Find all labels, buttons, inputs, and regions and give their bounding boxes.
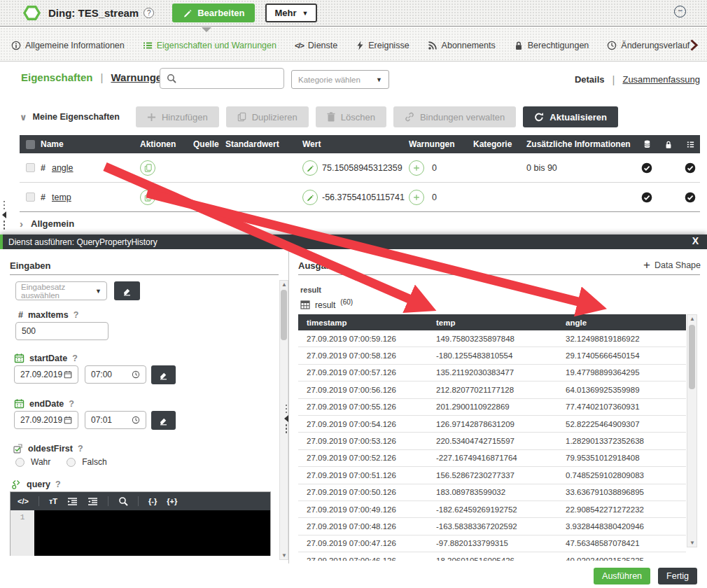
category-select[interactable]: Kategorie wählen ▼ bbox=[291, 70, 389, 89]
clear-input-set-button[interactable] bbox=[114, 281, 140, 300]
column-temp[interactable]: temp bbox=[436, 318, 566, 327]
column-kategorie[interactable]: Kategorie bbox=[473, 139, 526, 149]
tab-allgemeine-informationen[interactable]: Allgemeine Informationen bbox=[11, 41, 125, 50]
help-icon[interactable]: ? bbox=[55, 479, 61, 489]
tab-aenderungsverlauf[interactable]: Änderungsverlauf bbox=[607, 41, 690, 50]
manage-bindings-button[interactable]: Bindungen verwalten bbox=[393, 106, 516, 127]
search-input[interactable] bbox=[181, 74, 272, 83]
allgemein-section-toggle[interactable]: › Allgemein bbox=[20, 218, 74, 230]
column-timestamp[interactable]: timestamp bbox=[298, 318, 436, 327]
property-name-link[interactable]: temp bbox=[52, 192, 71, 202]
panel-collapse-handle[interactable] bbox=[1, 199, 8, 231]
copy-property-icon[interactable] bbox=[140, 190, 155, 205]
property-name-link[interactable]: angle bbox=[52, 163, 74, 173]
scroll-up-icon[interactable]: ▲ bbox=[690, 316, 695, 322]
select-all-checkbox[interactable] bbox=[26, 140, 35, 149]
result-table-row[interactable]: 27.09.2019 07:00:59.126149.7580323589784… bbox=[298, 330, 686, 347]
result-infotable-link[interactable]: result (60) bbox=[300, 300, 353, 310]
column-standardwert[interactable]: Standardwert bbox=[225, 139, 302, 149]
scrollbar-thumb[interactable] bbox=[689, 325, 695, 389]
result-table-row[interactable]: 27.09.2019 07:00:57.126135.2119203038347… bbox=[298, 365, 686, 382]
clock-icon[interactable] bbox=[132, 370, 140, 379]
add-warning-icon[interactable] bbox=[409, 190, 424, 205]
result-table-row[interactable]: 27.09.2019 07:00:52.126-227.167494168717… bbox=[298, 450, 686, 467]
font-size-icon[interactable]: тT bbox=[49, 497, 57, 505]
help-icon[interactable]: ? bbox=[74, 310, 79, 320]
column-zusaetzliche-informationen[interactable]: Zusätzliche Informationen bbox=[526, 139, 636, 149]
edit-button[interactable]: Bearbeiten bbox=[172, 4, 255, 22]
start-time-input[interactable]: 07:00 bbox=[85, 365, 146, 384]
result-table-row[interactable]: 27.09.2019 07:00:55.126201.2900110922869… bbox=[298, 399, 686, 416]
result-table-row[interactable]: 27.09.2019 07:00:49.126-182.624592691927… bbox=[298, 501, 686, 518]
column-logged-icon[interactable] bbox=[636, 139, 658, 149]
scroll-down-icon[interactable]: ▼ bbox=[690, 540, 695, 546]
result-table-row[interactable]: 27.09.2019 07:00:51.126156.5286723027733… bbox=[298, 467, 686, 484]
column-wert[interactable]: Wert bbox=[302, 139, 409, 149]
edit-value-icon[interactable] bbox=[302, 190, 318, 205]
scroll-down-icon[interactable]: ▼ bbox=[281, 552, 287, 559]
column-name[interactable]: Name bbox=[41, 139, 140, 149]
help-icon[interactable]: ? bbox=[69, 399, 74, 409]
search-icon[interactable] bbox=[118, 496, 128, 506]
clock-icon[interactable] bbox=[132, 416, 140, 424]
calendar-icon[interactable] bbox=[64, 416, 72, 424]
collapse-circle-icon[interactable]: − bbox=[674, 6, 686, 18]
summary-tab[interactable]: Zusammenfassung bbox=[622, 74, 700, 85]
duplicate-button[interactable]: Duplizieren bbox=[226, 106, 309, 127]
start-date-input[interactable]: 27.09.2019 bbox=[14, 365, 78, 384]
properties-tab[interactable]: Eigenschaften bbox=[21, 71, 93, 83]
done-button[interactable]: Fertig bbox=[658, 568, 697, 584]
add-button[interactable]: Hinzufügen bbox=[136, 106, 219, 127]
tab-dienste[interactable]: </> Dienste bbox=[295, 41, 337, 50]
end-time-input[interactable]: 07:01 bbox=[85, 411, 146, 429]
result-table-row[interactable]: 27.09.2019 07:00:58.126-180.125548381055… bbox=[298, 347, 686, 364]
max-items-input[interactable]: 500 bbox=[15, 322, 108, 340]
clear-end-date-button[interactable] bbox=[151, 411, 176, 430]
property-row-temp[interactable]: # temp -56.37554105115741 0 bbox=[20, 183, 700, 212]
help-icon[interactable]: ? bbox=[144, 8, 154, 18]
row-checkbox[interactable] bbox=[26, 192, 35, 202]
more-button[interactable]: Mehr ▼ bbox=[265, 4, 317, 22]
tab-eigenschaften-und-warnungen[interactable]: Eigenschaften und Warnungen bbox=[143, 41, 276, 50]
clear-start-date-button[interactable] bbox=[151, 365, 176, 384]
close-icon[interactable]: X bbox=[692, 235, 699, 246]
column-security-icon[interactable] bbox=[658, 140, 679, 149]
result-scrollbar[interactable]: ▲ ▼ bbox=[687, 314, 697, 547]
result-table-row[interactable]: 27.09.2019 07:00:46.12618.20601051600542… bbox=[298, 552, 686, 561]
add-warning-icon[interactable] bbox=[409, 160, 424, 176]
tab-ereignisse[interactable]: Ereignisse bbox=[356, 41, 409, 50]
input-set-select[interactable]: Eingabesatz auswählen ▼ bbox=[15, 281, 107, 300]
result-table-row[interactable]: 27.09.2019 07:00:54.126126.9714287863120… bbox=[298, 416, 686, 433]
copy-property-icon[interactable] bbox=[140, 160, 155, 176]
tab-berechtigungen[interactable]: Berechtigungen bbox=[514, 41, 589, 50]
row-checkbox[interactable] bbox=[26, 163, 35, 172]
collapse-braces-icon[interactable]: {-} bbox=[148, 497, 157, 505]
execute-button[interactable]: Ausführen bbox=[594, 568, 650, 584]
column-angle[interactable]: angle bbox=[566, 318, 678, 327]
column-quelle[interactable]: Quelle bbox=[193, 139, 225, 149]
property-row-angle[interactable]: # angle 75.15058945312359 0 bbox=[20, 153, 700, 183]
edit-value-icon[interactable] bbox=[302, 160, 318, 176]
radio-false[interactable] bbox=[66, 458, 76, 467]
scrollbar-thumb[interactable] bbox=[281, 290, 287, 340]
my-properties-toggle[interactable]: ∨ Meine Eigenschaften bbox=[20, 112, 120, 122]
result-table-row[interactable]: 27.09.2019 07:00:56.126212.8207702117712… bbox=[298, 382, 686, 398]
result-table-row[interactable]: 27.09.2019 07:00:53.126220.5340474271559… bbox=[298, 433, 686, 449]
result-table-row[interactable]: 27.09.2019 07:00:50.126183.0897835990323… bbox=[298, 484, 686, 501]
data-shape-button[interactable]: + Data Shape bbox=[643, 258, 701, 272]
column-persistent-icon[interactable] bbox=[679, 140, 701, 149]
calendar-icon[interactable] bbox=[64, 370, 72, 379]
help-icon[interactable]: ? bbox=[78, 444, 83, 454]
help-icon[interactable]: ? bbox=[72, 354, 78, 363]
refresh-button[interactable]: Aktualisieren bbox=[523, 106, 618, 127]
outdent-icon[interactable] bbox=[67, 497, 78, 506]
query-code-area[interactable] bbox=[34, 510, 270, 556]
radio-true[interactable] bbox=[15, 458, 24, 467]
details-tab[interactable]: Details bbox=[575, 74, 605, 85]
end-date-input[interactable]: 27.09.2019 bbox=[14, 411, 78, 429]
scroll-up-icon[interactable]: ▲ bbox=[281, 281, 287, 288]
code-view-icon[interactable]: </> bbox=[18, 497, 29, 505]
indent-icon[interactable] bbox=[88, 497, 98, 506]
result-table-row[interactable]: 27.09.2019 07:00:48.126-163.583833672025… bbox=[298, 518, 686, 535]
column-warnungen[interactable]: Warnungen bbox=[409, 139, 473, 149]
